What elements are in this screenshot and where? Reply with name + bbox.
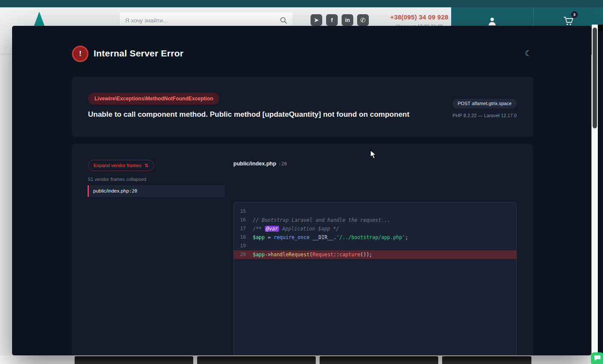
search-icon[interactable] bbox=[280, 17, 287, 24]
line-source: $app = require_once __DIR__.'/../bootstr… bbox=[253, 233, 408, 242]
product-image[interactable] bbox=[197, 356, 316, 364]
line-number: 17 bbox=[234, 224, 253, 233]
code-line-number: :20 bbox=[278, 161, 287, 167]
code-line: 19 bbox=[234, 242, 516, 250]
product-image[interactable] bbox=[442, 356, 531, 364]
line-number: 20 bbox=[234, 250, 253, 259]
dark-mode-toggle-icon[interactable]: ☾ bbox=[525, 49, 532, 58]
code-snippet: 1516// Bootstrap Laravel and handle the … bbox=[233, 202, 517, 355]
top-info-bar bbox=[0, 0, 603, 7]
collapsed-frames-note: 51 vendor frames collapsed bbox=[88, 177, 146, 182]
line-source: $app->handleRequest(Request::capture()); bbox=[253, 250, 372, 259]
stack-frame-line: :20 bbox=[129, 188, 137, 193]
request-badge: POST alfamet.gtrix.space bbox=[452, 99, 517, 109]
window-edge-corner bbox=[598, 25, 603, 31]
code-file-name: public/index.php bbox=[233, 161, 276, 167]
chat-icon bbox=[594, 355, 601, 363]
product-strip bbox=[0, 355, 603, 364]
environment-versions: PHP 8.2.22 — Laravel 12.17.0 bbox=[452, 113, 517, 118]
window-edge bbox=[598, 25, 603, 364]
telegram-icon[interactable]: ➤ bbox=[311, 14, 322, 26]
code-lines: 1516// Bootstrap Laravel and handle the … bbox=[234, 207, 516, 259]
error-modal: ! Internal Server Error ☾ Livewire\Excep… bbox=[12, 26, 591, 355]
line-number: 15 bbox=[234, 207, 253, 216]
line-source: // Bootstrap Laravel and handle the requ… bbox=[253, 216, 390, 224]
error-title: Internal Server Error bbox=[94, 48, 183, 59]
error-icon: ! bbox=[72, 46, 88, 62]
exception-class-badge: Livewire\Exceptions\MethodNotFoundExcept… bbox=[88, 93, 220, 105]
expand-vendor-frames-label: Expand vendor frames bbox=[94, 163, 141, 168]
stack-frame-item[interactable]: public/index.php:20 bbox=[88, 185, 225, 197]
page-scrollbar-thumb[interactable] bbox=[593, 28, 597, 128]
search-input[interactable] bbox=[125, 17, 280, 24]
code-line: 16// Bootstrap Laravel and handle the re… bbox=[234, 216, 516, 224]
exception-card: Livewire\Exceptions\MethodNotFoundExcept… bbox=[72, 77, 533, 137]
chat-widget-button[interactable] bbox=[591, 352, 603, 364]
expand-vendor-frames-button[interactable]: Expand vendor frames ⇅ bbox=[88, 160, 154, 171]
facebook-icon[interactable]: f bbox=[326, 14, 338, 26]
code-line: 17/** @var Application $app */ bbox=[234, 224, 516, 233]
line-number: 19 bbox=[234, 242, 253, 250]
social-links: ➤ f in ✆ bbox=[311, 14, 369, 26]
line-number: 18 bbox=[234, 233, 253, 242]
code-line: 18$app = require_once __DIR__.'/../boots… bbox=[234, 233, 516, 242]
line-source: /** @var Application $app */ bbox=[253, 224, 339, 233]
stack-frame-file: public/index.php bbox=[93, 188, 129, 193]
code-file-header: public/index.php:20 bbox=[233, 161, 287, 167]
whatsapp-icon[interactable]: ✆ bbox=[357, 14, 369, 26]
cart-count-badge: 3 bbox=[571, 11, 578, 18]
code-line: 20$app->handleRequest(Request::capture()… bbox=[234, 250, 516, 259]
linkedin-icon[interactable]: in bbox=[342, 14, 353, 26]
exception-message: Unable to call component method. Public … bbox=[88, 110, 409, 119]
expand-chevrons-icon: ⇅ bbox=[144, 163, 148, 168]
product-image[interactable] bbox=[75, 356, 193, 364]
code-line: 15 bbox=[234, 207, 516, 216]
stack-trace-card: Expand vendor frames ⇅ 51 vendor frames … bbox=[72, 144, 533, 355]
product-image[interactable] bbox=[320, 356, 438, 364]
line-number: 16 bbox=[234, 216, 253, 224]
